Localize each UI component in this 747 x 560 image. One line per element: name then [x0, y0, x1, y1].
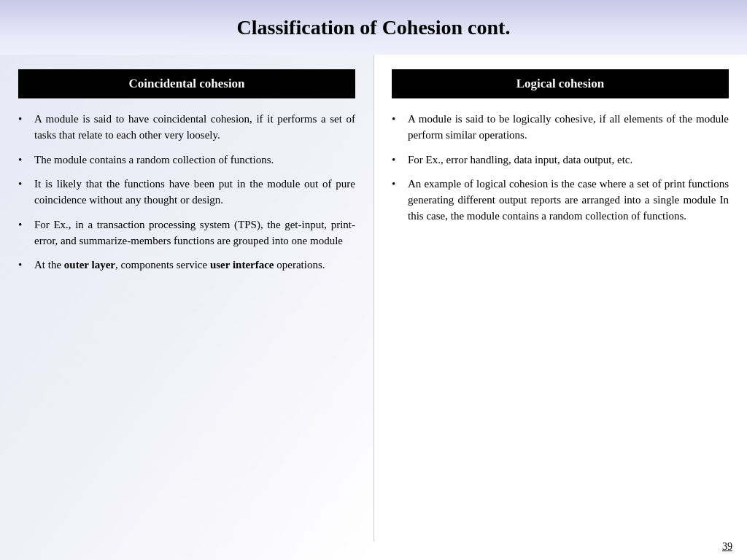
bullet-icon: • [18, 257, 30, 273]
bullet-text: For Ex., in a transaction processing sys… [34, 217, 355, 249]
bullet-text: It is likely that the functions have bee… [34, 176, 355, 209]
page-number-text: 39 [722, 541, 732, 552]
coincidental-header: Coincidental cohesion [18, 69, 355, 98]
list-item: • An example of logical cohesion is the … [392, 176, 729, 224]
bullet-icon: • [18, 217, 30, 233]
coincidental-header-text: Coincidental cohesion [128, 77, 244, 90]
bullet-text: An example of logical cohesion is the ca… [408, 176, 729, 224]
logical-column: Logical cohesion • A module is said to b… [374, 55, 747, 542]
logical-header-text: Logical cohesion [516, 77, 604, 90]
content-area: Coincidental cohesion • A module is said… [0, 55, 747, 542]
list-item: • At the outer layer, components service… [18, 257, 355, 273]
logical-bullet-list: • A module is said to be logically cohes… [392, 112, 729, 233]
bullet-text: For Ex., error handling, data input, dat… [408, 152, 729, 168]
slide-container: Classification of Cohesion cont. Coincid… [0, 0, 747, 560]
list-item: • For Ex., in a transaction processing s… [18, 217, 355, 249]
coincidental-column: Coincidental cohesion • A module is said… [0, 55, 374, 542]
bullet-text: The module contains a random collection … [34, 152, 355, 168]
list-item: • A module is said to have coincidental … [18, 112, 355, 144]
bullet-icon: • [18, 112, 30, 128]
coincidental-bullet-list: • A module is said to have coincidental … [18, 112, 355, 282]
list-item: • A module is said to be logically cohes… [392, 112, 729, 144]
bullet-icon: • [392, 152, 403, 168]
list-item: • For Ex., error handling, data input, d… [392, 152, 729, 168]
page-number: 39 [722, 541, 732, 553]
bullet-text-mixed: At the outer layer, components service u… [34, 257, 355, 273]
list-item: • The module contains a random collectio… [18, 152, 355, 168]
bullet-icon: • [18, 176, 30, 192]
logical-header: Logical cohesion [392, 69, 729, 98]
title-text: Classification of Cohesion cont. [237, 16, 511, 39]
bullet-icon: • [18, 152, 30, 168]
bullet-icon: • [392, 112, 403, 128]
bullet-text: A module is said to be logically cohesiv… [408, 112, 729, 144]
bullet-icon: • [392, 176, 403, 192]
list-item: • It is likely that the functions have b… [18, 176, 355, 209]
bold-user-interface: user interface [210, 259, 274, 271]
slide-title: Classification of Cohesion cont. [0, 0, 747, 55]
bullet-text: A module is said to have coincidental co… [34, 112, 355, 144]
bold-outer-layer: outer layer [64, 259, 115, 271]
